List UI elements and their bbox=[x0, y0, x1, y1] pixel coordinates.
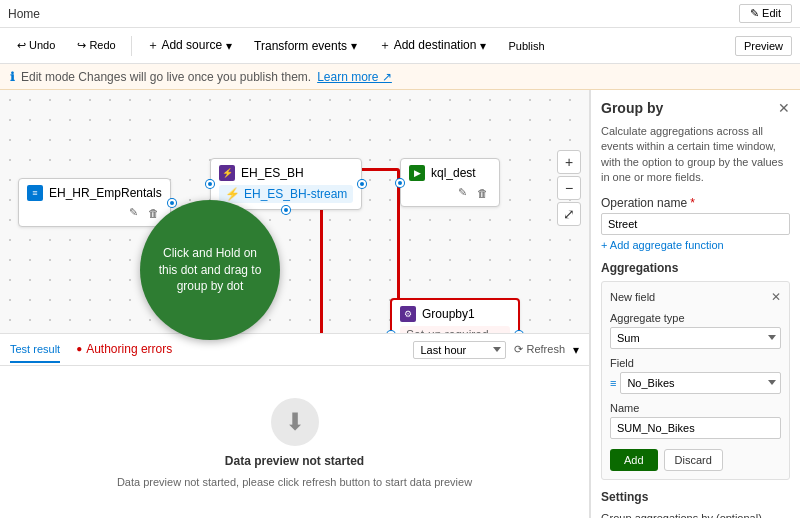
authoring-error-indicator: ● Authoring errors bbox=[76, 342, 172, 356]
discard-button[interactable]: Discard bbox=[664, 449, 723, 471]
node-label: Groupby1 bbox=[422, 307, 475, 321]
agg-name-input[interactable] bbox=[610, 417, 781, 439]
node-label: kql_dest bbox=[431, 166, 476, 180]
refresh-button[interactable]: ⟳ Refresh bbox=[514, 343, 565, 356]
title-bar: Home ✎ Edit bbox=[0, 0, 800, 28]
bottom-panel: Test result ● Authoring errors Last hour… bbox=[0, 333, 589, 518]
node-dest-icon: ▶ bbox=[409, 165, 425, 181]
preview-button[interactable]: Preview bbox=[735, 36, 792, 56]
node-groupby-icon: ⚙ bbox=[400, 306, 416, 322]
agg-btn-row: Add Discard bbox=[610, 449, 781, 471]
title-bar-actions: ✎ Edit bbox=[739, 4, 792, 23]
node-label: EH_HR_EmpRentals bbox=[49, 186, 162, 200]
field-with-icon: ≡ No_Bikes bbox=[610, 372, 781, 394]
undo-button[interactable]: ↩ Undo bbox=[8, 35, 64, 56]
operation-name-input[interactable] bbox=[601, 213, 790, 235]
info-bar: ℹ Edit mode Changes will go live once yo… bbox=[0, 64, 800, 90]
node-label: EH_ES_BH bbox=[241, 166, 304, 180]
settings-section: Settings Group aggregations by (optional… bbox=[601, 490, 790, 518]
table-icon: ≡ bbox=[610, 377, 616, 389]
bottom-tab-actions: Last hour Last 4 hours Last 24 hours ⟳ R… bbox=[413, 341, 579, 359]
preview-desc: Data preview not started, please click r… bbox=[117, 476, 472, 488]
panel-header: Group by ✕ bbox=[601, 100, 790, 116]
aggregate-type-select[interactable]: Sum Count Min Max Average bbox=[610, 327, 781, 349]
toolbar: ↩ Undo ↪ Redo ＋ Add source ▾ Transform e… bbox=[0, 28, 800, 64]
aggregations-title: Aggregations bbox=[601, 261, 790, 275]
add-button[interactable]: Add bbox=[610, 449, 658, 471]
agg-box-title: New field bbox=[610, 291, 655, 303]
zoom-fit-button[interactable]: ⤢ bbox=[557, 202, 581, 226]
panel-title: Group by bbox=[601, 100, 663, 116]
node-eh-hr-emp[interactable]: ≡ EH_HR_EmpRentals ✎ 🗑 bbox=[18, 178, 171, 227]
zoom-in-button[interactable]: + bbox=[557, 150, 581, 174]
add-destination-button[interactable]: ＋ Add destination ▾ bbox=[370, 33, 495, 58]
bottom-tabs: Test result ● Authoring errors Last hour… bbox=[0, 334, 589, 366]
time-range-select[interactable]: Last hour Last 4 hours Last 24 hours bbox=[413, 341, 506, 359]
preview-icon: ⬇ bbox=[271, 398, 319, 446]
publish-button[interactable]: Publish bbox=[499, 36, 553, 56]
node-transform-icon: ⚡ bbox=[219, 165, 235, 181]
node-delete-button[interactable]: 🗑 bbox=[145, 205, 162, 220]
settings-title: Settings bbox=[601, 490, 790, 504]
tab-test-result[interactable]: Test result bbox=[10, 337, 60, 363]
right-panel: Group by ✕ Calculate aggregations across… bbox=[590, 90, 800, 518]
node-source-icon: ≡ bbox=[27, 185, 43, 201]
node-delete-button-kql[interactable]: 🗑 bbox=[474, 185, 491, 200]
zoom-controls: + − ⤢ bbox=[557, 150, 581, 226]
panel-description: Calculate aggregations across all events… bbox=[601, 124, 790, 186]
zoom-out-button[interactable]: − bbox=[557, 176, 581, 200]
redo-button[interactable]: ↪ Redo bbox=[68, 35, 124, 56]
node-input-connector-kql[interactable] bbox=[396, 179, 404, 187]
aggregation-box: New field ✕ Aggregate type Sum Count Min… bbox=[601, 281, 790, 480]
learn-more-link[interactable]: Learn more ↗ bbox=[317, 70, 392, 84]
transform-events-button[interactable]: Transform events ▾ bbox=[245, 35, 366, 57]
node-input-connector[interactable] bbox=[206, 180, 214, 188]
node-sub-label: ⚡ EH_ES_BH-stream bbox=[219, 185, 353, 203]
node-output-connector[interactable] bbox=[358, 180, 366, 188]
name-label: Name bbox=[610, 402, 781, 414]
info-icon: ℹ bbox=[10, 70, 15, 84]
bottom-content: ⬇ Data preview not started Data preview … bbox=[0, 366, 589, 518]
page-title: Home bbox=[8, 7, 40, 21]
preview-title: Data preview not started bbox=[225, 454, 364, 468]
agg-close-button[interactable]: ✕ bbox=[771, 290, 781, 304]
aggregate-type-label: Aggregate type bbox=[610, 312, 781, 324]
toolbar-separator-1 bbox=[131, 36, 132, 56]
panel-close-button[interactable]: ✕ bbox=[778, 100, 790, 116]
canvas-area: ≡ EH_HR_EmpRentals ✎ 🗑 ⚡ EH_ES_BH ⚡ EH_E… bbox=[0, 90, 590, 518]
field-label: Field bbox=[610, 357, 781, 369]
node-edit-button[interactable]: ✎ bbox=[126, 205, 141, 220]
info-text: Edit mode Changes will go live once you … bbox=[21, 70, 311, 84]
tab-authoring-errors[interactable]: ● Authoring errors bbox=[76, 336, 172, 364]
node-bottom-connector[interactable] bbox=[282, 206, 290, 214]
node-eh-es-bh[interactable]: ⚡ EH_ES_BH ⚡ EH_ES_BH-stream bbox=[210, 158, 362, 210]
tooltip-bubble: Click and Hold on this dot and drag to g… bbox=[140, 200, 280, 340]
add-source-button[interactable]: ＋ Add source ▾ bbox=[138, 33, 241, 58]
node-kql-dest[interactable]: ▶ kql_dest ✎ 🗑 bbox=[400, 158, 500, 207]
node-edit-button-kql[interactable]: ✎ bbox=[455, 185, 470, 200]
field-select[interactable]: No_Bikes bbox=[620, 372, 781, 394]
operation-name-label: Operation name * bbox=[601, 196, 790, 210]
edit-button[interactable]: ✎ Edit bbox=[739, 4, 792, 23]
add-aggregate-function-button[interactable]: + Add aggregate function bbox=[601, 239, 724, 251]
node-output-connector[interactable] bbox=[168, 199, 176, 207]
group-agg-label: Group aggregations by (optional) bbox=[601, 512, 790, 518]
main-area: ≡ EH_HR_EmpRentals ✎ 🗑 ⚡ EH_ES_BH ⚡ EH_E… bbox=[0, 90, 800, 518]
